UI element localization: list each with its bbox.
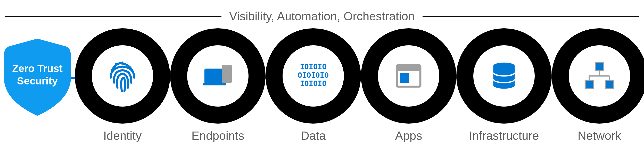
devices-icon	[201, 59, 235, 93]
pillar-ring	[456, 28, 552, 124]
binary-data-icon: IOIOIO OIOIOIO IOIOIO	[296, 59, 330, 93]
pillar-label: Identity	[103, 129, 142, 143]
svg-rect-14	[595, 63, 603, 71]
pillar-apps: Apps	[361, 28, 456, 143]
pillars-row: Identity Endpoints IOIOIO OIOIOIO IOIOIO	[75, 28, 639, 143]
pillar-ring	[75, 28, 170, 124]
pillar-ring	[170, 28, 266, 124]
pillar-ring	[361, 28, 456, 124]
svg-text:IOIOIO: IOIOIO	[300, 62, 326, 71]
network-icon	[583, 59, 616, 93]
svg-rect-0	[204, 68, 225, 84]
svg-text:IOIOIO: IOIOIO	[300, 79, 326, 88]
pillar-label: Infrastructure	[469, 129, 539, 143]
pillar-inner	[569, 45, 630, 107]
svg-rect-7	[397, 65, 420, 71]
header-title: Visibility, Automation, Orchestration	[229, 9, 415, 23]
pillar-endpoints: Endpoints	[170, 28, 266, 143]
svg-text:OIOIOIO: OIOIOIO	[298, 71, 329, 80]
fingerprint-icon	[106, 59, 139, 93]
pillar-inner	[92, 45, 153, 107]
pillar-ring: IOIOIO OIOIOIO IOIOIO	[266, 28, 361, 124]
pillar-inner: IOIOIO OIOIOIO IOIOIO	[283, 45, 344, 107]
pillar-identity: Identity	[75, 28, 170, 143]
pillar-label: Endpoints	[192, 129, 244, 143]
header-section: Visibility, Automation, Orchestration	[5, 9, 639, 23]
shield-label: Zero Trust Security	[12, 62, 63, 87]
pillar-label: Data	[301, 129, 326, 143]
header-rule-right	[423, 16, 639, 17]
app-window-icon	[392, 59, 425, 93]
pillar-ring	[552, 28, 644, 124]
pillar-label: Network	[578, 129, 621, 143]
svg-rect-1	[203, 83, 226, 85]
zero-trust-shield: Zero Trust Security	[4, 39, 71, 116]
svg-rect-2	[222, 65, 232, 83]
header-rule-left	[5, 16, 221, 17]
svg-rect-8	[400, 73, 409, 83]
svg-rect-15	[585, 81, 593, 89]
pillar-data: IOIOIO OIOIOIO IOIOIO Data	[266, 28, 361, 143]
database-icon	[487, 59, 521, 93]
pillar-inner	[378, 45, 439, 107]
pillar-inner	[187, 45, 249, 107]
pillar-inner	[473, 45, 535, 107]
svg-rect-16	[605, 81, 613, 89]
pillar-label: Apps	[395, 129, 422, 143]
pillar-network: Network	[552, 28, 644, 143]
pillar-infrastructure: Infrastructure	[456, 28, 552, 143]
